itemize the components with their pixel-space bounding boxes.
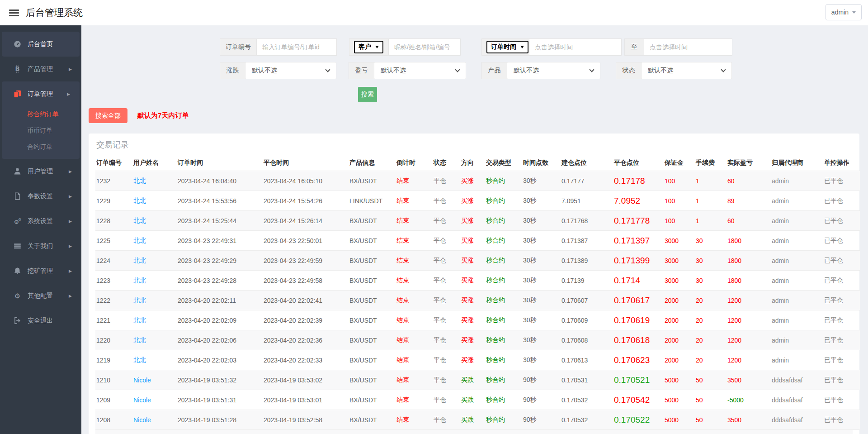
cell-close_time: 2023-04-20 22:02:41 [263,291,349,310]
cell-open_time: 2023-04-20 22:02:11 [177,291,263,310]
profit-filter: 盈亏 默认不选 [349,62,466,79]
sidebar-item-5[interactable]: 参数设置▶ [0,184,81,209]
cell-user[interactable]: 北北 [132,291,177,310]
cell-status: 平仓 [433,211,460,231]
menu-toggle-icon[interactable] [9,8,19,18]
status-select[interactable]: 默认不选 [641,62,732,79]
select-arrow-icon [520,46,524,48]
cell-user[interactable]: 北北 [132,191,177,211]
table-row: 1210Nicole2023-04-19 03:51:322023-04-19 … [95,370,860,390]
cell-product: BX/USDT [349,350,396,370]
sidebar: 后台首页B产品管理▶订单管理▶秒合约订单币币订单合约订单用户管理▶参数设置▶⚙⚙… [0,25,81,434]
default-range-notice: 默认为7天内订单 [137,111,189,120]
cell-trade_type: 秒合约 [485,191,522,211]
product-select[interactable]: 默认不选 [507,62,600,79]
cell-status: 平仓 [433,330,460,350]
cell-close_time: 2023-04-20 22:02:36 [263,330,349,350]
time-end-input[interactable] [644,38,732,56]
cell-open_time: 2023-04-20 22:02:03 [177,350,263,370]
cell-time_points: 30秒 [522,271,561,291]
orders-icon [14,90,23,98]
sidebar-item-7[interactable]: 关于我们▶ [0,234,81,258]
cell-close_point: 0.170619 [613,310,664,330]
cell-user[interactable]: 北北 [132,231,177,251]
cell-user[interactable]: Nicole [132,370,177,390]
time-start-input[interactable] [529,38,622,56]
cell-margin: 5000 [664,370,695,390]
cell-user[interactable]: 北北 [132,251,177,271]
cell-profit: 3500 [726,370,771,390]
time-to-filter: 至 [624,38,732,56]
cell-profit: 60 [726,211,771,231]
cell-user[interactable]: 北北 [132,310,177,330]
cell-control: 已平仓 [823,350,860,370]
cell-user[interactable]: 北北 [132,350,177,370]
cell-agent: admin [771,231,823,251]
cell-user[interactable]: 北北 [132,211,177,231]
updown-select[interactable]: 默认不选 [245,62,336,79]
customer-select[interactable]: 客户 [354,41,383,53]
cell-open_time: 2023-04-23 22:49:31 [177,231,263,251]
cell-product: BX/USDT [349,211,396,231]
cell-open_time: 2023-04-19 03:51:32 [177,370,263,390]
profit-select[interactable]: 默认不选 [374,62,466,79]
user-dropdown[interactable]: admin [826,4,862,20]
customer-input[interactable] [388,38,461,56]
cell-trade_type: 秒合约 [485,410,522,430]
sidebar-subitem[interactable]: 合约订单 [2,139,80,155]
chevron-right-icon: ▶ [69,219,72,224]
order-no-input[interactable] [256,38,337,56]
sidebar-subitem[interactable]: 秒合约订单 [2,106,80,123]
cell-id: 1222 [95,291,132,310]
search-button[interactable]: 搜索 [358,87,377,102]
cell-control: 已平仓 [823,251,860,271]
action-row: 搜索全部 默认为7天内订单 [81,108,868,123]
svg-text:⚙: ⚙ [18,218,22,222]
panel-title: 交易记录 [95,134,853,155]
sidebar-item-label: 其他配置 [28,292,53,300]
cell-close_time: 2023-04-24 16:05:10 [263,171,349,191]
sidebar-item-6[interactable]: ⚙⚙系统设置▶ [0,209,81,234]
sidebar-item-label: 安全退出 [28,317,53,325]
sidebar-item-8[interactable]: 挖矿管理▶ [0,258,81,283]
cell-open_point: 7.0951 [561,191,613,211]
svg-text:B: B [15,66,19,72]
cell-user[interactable]: Nicole [132,390,177,410]
cell-user[interactable]: 北北 [132,171,177,191]
sidebar-item-3[interactable]: 订单管理▶ [2,81,80,106]
table-row: 1224北北2023-04-23 22:49:292023-04-23 22:4… [95,251,860,271]
order-time-select[interactable]: 订单时间 [486,41,528,53]
cell-user[interactable]: Nicole [132,410,177,430]
sidebar-item-2[interactable]: B产品管理▶ [0,57,81,81]
cell-time_points: 30秒 [522,350,561,370]
cell-profit: 1200 [726,291,771,310]
app-title: 后台管理系统 [26,6,83,19]
app-header: 后台管理系统 admin [0,0,868,25]
cell-user[interactable]: 北北 [132,330,177,350]
cell-trade_type: 秒合约 [485,171,522,191]
product-filter: 产品 默认不选 [481,62,600,79]
sidebar-subitem[interactable]: 币币订单 [2,123,80,139]
cell-control: 已平仓 [823,171,860,191]
to-label: 至 [624,38,644,56]
cell-user[interactable]: 北北 [132,271,177,291]
product-label: 产品 [481,62,507,79]
cell-countdown: 结束 [396,211,433,231]
cell-trade_type: 秒合约 [485,291,522,310]
cell-margin: 100 [664,191,695,211]
cell-close_time: 2023-04-23 22:49:58 [263,271,349,291]
cell-trade_type: 秒合约 [485,370,522,390]
search-all-button[interactable]: 搜索全部 [89,108,127,123]
sidebar-item-1[interactable]: 后台首页 [2,32,80,57]
sidebar-item-10[interactable]: 安全退出 [0,308,81,333]
sidebar-item-9[interactable]: ⚙其他配置▶ [0,283,81,308]
sidebar-item-label: 参数设置 [28,192,53,200]
table-row: 1223北北2023-04-23 22:49:282023-04-23 22:4… [95,271,860,291]
cell-fee: 1 [695,191,726,211]
gears-icon: ⚙⚙ [14,217,23,225]
profit-label: 盈亏 [349,62,374,79]
cell-profit: 1800 [726,271,771,291]
sidebar-item-4[interactable]: 用户管理▶ [0,159,81,184]
cell-open_time: 2023-04-19 03:51:28 [177,410,263,430]
cell-time_points: 30秒 [522,251,561,271]
